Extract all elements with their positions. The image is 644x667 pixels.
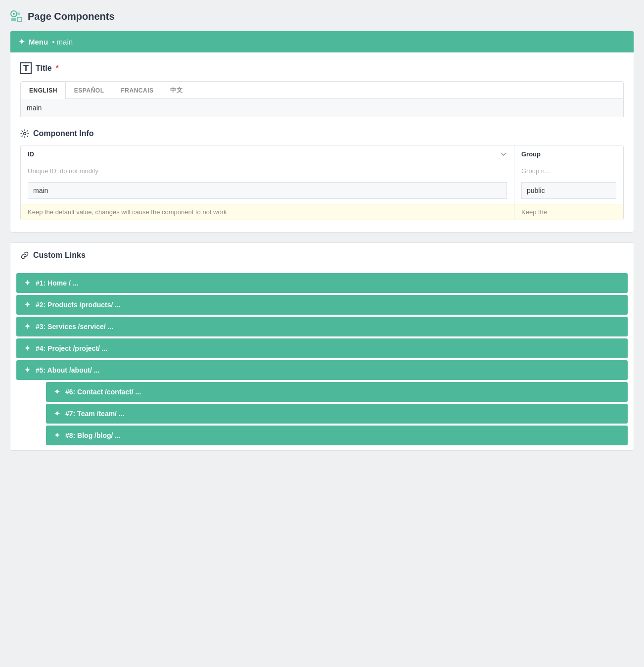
menu-section-body: T Title * ENGLISH ESPAÑOL FRANCAIS 中文 [10,52,634,232]
drag-handle-icon: ✦ [54,409,60,418]
language-tabs-container: ENGLISH ESPAÑOL FRANCAIS 中文 [20,81,624,117]
title-label-text: Title [36,64,52,73]
drag-handle-icon: ✦ [24,279,31,287]
component-info-table: ID Unique ID, do not modify Keep the def… [20,145,624,220]
link-item[interactable]: ✦#2: Products /products/ ... [16,295,628,315]
menu-section: ✦ Menu • main T Title * ENGLISH ESPAÑOL … [10,31,634,233]
tab-english[interactable]: ENGLISH [21,82,66,99]
drag-handle-icon: ✦ [24,366,31,375]
link-item-label: #6: Contact /contact/ ... [65,388,141,396]
group-col-header: Group [514,145,623,163]
chevron-down-icon [500,151,507,158]
group-col-header-label: Group [521,150,541,158]
tab-chinese[interactable]: 中文 [162,82,191,98]
gear-icon [20,129,29,138]
svg-point-1 [13,13,15,15]
drag-handle-icon: ✦ [24,300,31,309]
link-item-label: #8: Blog /blog/ ... [65,431,121,439]
title-field-label: T Title * [20,62,624,74]
id-col-warning: Keep the default value, changes will cau… [21,204,514,220]
title-text-icon: T [20,62,32,74]
link-item-label: #1: Home / ... [36,279,78,287]
drag-handle-icon: ✦ [54,431,60,440]
menu-section-header: ✦ Menu • main [10,31,634,52]
title-field: T Title * ENGLISH ESPAÑOL FRANCAIS 中文 [20,62,624,117]
custom-links-section: Custom Links ✦#1: Home / ...✦#2: Product… [10,242,634,451]
id-input[interactable] [28,182,507,199]
link-item[interactable]: ✦#7: Team /team/ ... [46,404,628,424]
group-input[interactable] [521,182,616,199]
custom-links-header: Custom Links [10,243,634,268]
id-col-header-label: ID [28,150,34,158]
custom-links-title: Custom Links [33,251,86,260]
link-icon [20,251,29,260]
link-item[interactable]: ✦#1: Home / ... [16,273,628,293]
svg-point-2 [17,12,20,15]
id-column: ID Unique ID, do not modify Keep the def… [21,145,514,220]
tab-espanol[interactable]: ESPAÑOL [66,82,113,98]
group-col-warning: Keep the [514,204,623,220]
drag-handle-icon: ✦ [54,387,60,396]
id-col-header: ID [21,145,514,163]
page-components-icon [10,10,23,23]
link-item-label: #4: Project /project/ ... [36,344,108,352]
component-info-section: Component Info ID Unique ID, do not modi… [20,129,624,220]
menu-header-subtitle: • main [52,38,73,46]
tab-francais[interactable]: FRANCAIS [112,82,162,98]
link-item-label: #7: Team /team/ ... [65,410,125,418]
group-col-description: Group n... [514,163,623,179]
svg-point-5 [24,133,26,135]
page-title-row: Page Components [10,10,634,23]
custom-links-list: ✦#1: Home / ...✦#2: Products /products/ … [10,268,634,450]
component-info-label: Component Info [20,129,624,138]
title-input[interactable] [21,99,623,117]
component-info-title: Component Info [33,129,94,138]
id-col-description: Unique ID, do not modify [21,163,514,179]
link-item-label: #3: Services /service/ ... [36,323,113,331]
menu-header-label: Menu [29,38,48,46]
group-column: Group Group n... Keep the [514,145,623,220]
svg-rect-4 [17,17,22,22]
required-marker: * [56,64,59,73]
page-wrapper: Page Components ✦ Menu • main T Title * … [0,0,644,461]
drag-handle-icon[interactable]: ✦ [18,37,25,47]
svg-rect-3 [11,18,16,21]
link-item[interactable]: ✦#6: Contact /contact/ ... [46,382,628,402]
link-item-label: #5: About /about/ ... [36,366,99,374]
link-item[interactable]: ✦#5: About /about/ ... [16,360,628,380]
link-item[interactable]: ✦#3: Services /service/ ... [16,317,628,336]
link-item-label: #2: Products /products/ ... [36,301,121,309]
page-title: Page Components [28,11,115,22]
drag-handle-icon: ✦ [24,322,31,331]
link-item[interactable]: ✦#8: Blog /blog/ ... [46,426,628,445]
drag-handle-icon: ✦ [24,344,31,353]
language-tabs: ENGLISH ESPAÑOL FRANCAIS 中文 [21,82,623,99]
link-item[interactable]: ✦#4: Project /project/ ... [16,338,628,358]
